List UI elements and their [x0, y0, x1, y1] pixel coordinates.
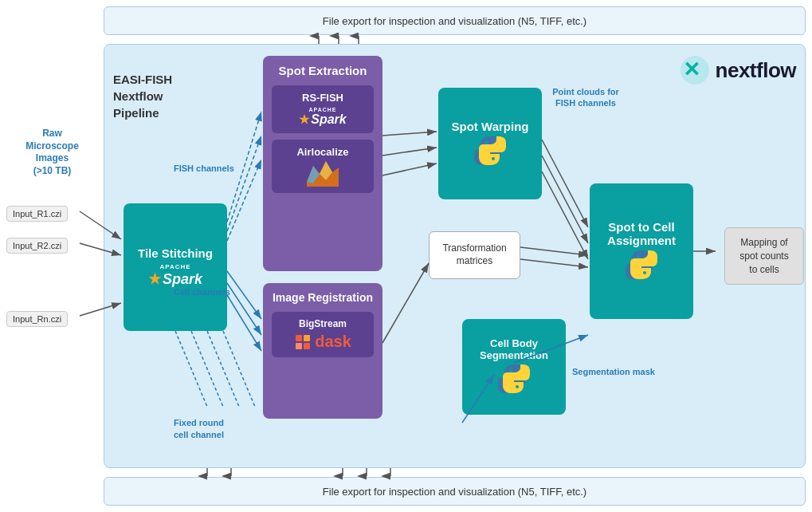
top-export-bar: File export for inspection and visualiza… [104, 6, 806, 35]
nextflow-icon: ✕ [679, 54, 711, 86]
image-registration-title: Image Registration [273, 291, 373, 304]
svg-rect-5 [296, 335, 302, 341]
image-registration-box: Image Registration BigStream dask [263, 283, 382, 419]
python-icon-cell-seg [496, 361, 532, 396]
bigstream-dask-box: BigStream dask [272, 312, 374, 357]
svg-rect-7 [296, 343, 302, 349]
diagram-wrapper: File export for inspection and visualiza… [0, 0, 812, 512]
dask-icon [294, 333, 312, 351]
tile-stitching-title: Tile Stitching [138, 246, 213, 260]
nextflow-logo: ✕ nextflow [679, 54, 796, 86]
top-bar-label: File export for inspection and visualiza… [323, 15, 586, 27]
pipeline-label: EASI-FISH Nextflow Pipeline [113, 54, 172, 121]
bottom-export-bar: File export for inspection and visualiza… [104, 477, 806, 506]
svg-rect-8 [304, 343, 310, 349]
raw-images-label: Raw Microscope Images (>10 TB) [6, 128, 98, 177]
bigstream-label: BigStream [299, 318, 347, 329]
spot-warping-title: Spot Warping [452, 120, 529, 133]
tile-stitching-spark-logo: APACHE ★ Spark [148, 263, 202, 288]
spot-cell-assignment-title: Spot to Cell Assignment [607, 220, 676, 247]
cell-body-seg-title: Cell Body Segmentation [480, 337, 548, 361]
matlab-icon [307, 158, 339, 187]
python-icon-spot-cell [624, 247, 659, 282]
rs-fish-box: RS-FISH APACHE ★ Spark [272, 85, 374, 133]
spot-extraction-title: Spot Extraction [279, 64, 367, 77]
point-clouds-label: Point clouds for FISH channels [550, 86, 622, 109]
dask-label: dask [315, 333, 351, 351]
nextflow-text: nextflow [716, 58, 796, 83]
transformation-matrices-box: Transformation matrices [429, 231, 520, 279]
fish-channels-label: FISH channels [174, 163, 234, 173]
output-mapping-label: Mapping of spot counts to cells [739, 237, 788, 275]
python-icon-spot-warping [473, 133, 508, 168]
transformation-label: Transformation matrices [442, 242, 506, 267]
bottom-bar-label: File export for inspection and visualiza… [323, 486, 586, 498]
svg-text:✕: ✕ [683, 57, 700, 81]
fixed-round-label: Fixed round cell channel [174, 417, 224, 440]
input-rn-label: Input_Rn.czi [6, 311, 68, 327]
airlocalize-label: Airlocalize [296, 146, 348, 158]
input-r2-label: Input_R2.czi [6, 238, 68, 254]
input-r1-label: Input_R1.czi [6, 206, 68, 222]
cell-body-segmentation-box: Cell Body Segmentation [462, 319, 566, 415]
cell-channels-label: Cell channels [174, 287, 230, 297]
tile-stitching-box: Tile Stitching APACHE ★ Spark [124, 203, 227, 331]
svg-rect-6 [304, 335, 310, 341]
segmentation-mask-label: Segmentation mask [572, 367, 655, 376]
rs-fish-label: RS-FISH [302, 92, 343, 104]
spot-cell-assignment-box: Spot to Cell Assignment [590, 183, 693, 319]
airlocalize-box: Airlocalize [272, 140, 374, 193]
output-mapping-box: Mapping of spot counts to cells [724, 227, 804, 285]
spot-warping-box: Spot Warping [438, 88, 542, 199]
spot-extraction-box: Spot Extraction RS-FISH APACHE ★ Spark A… [263, 56, 382, 271]
